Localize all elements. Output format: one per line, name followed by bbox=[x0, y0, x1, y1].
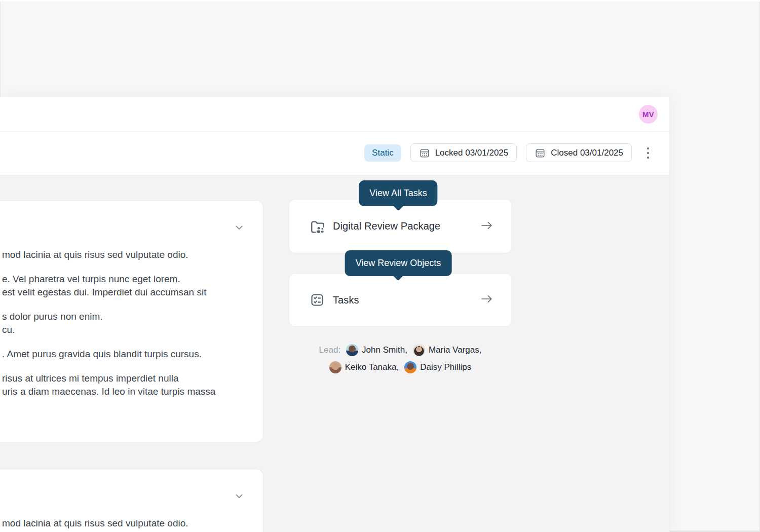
lead-person: Maria Vargas, bbox=[413, 344, 482, 356]
status-badge: Static bbox=[364, 144, 401, 162]
lead-person: Daisy Phillips bbox=[404, 361, 471, 373]
content-area: mod lacinia at quis risus sed vulputate … bbox=[0, 175, 669, 532]
status-toolbar: Static Locked 03/01/2025 bbox=[0, 132, 669, 174]
person-name: Daisy Phillips bbox=[420, 362, 471, 372]
top-bar: MV bbox=[0, 97, 669, 132]
lead-label: Lead: bbox=[319, 345, 341, 355]
description-text: mod lacinia at quis risus sed vulputate … bbox=[0, 201, 263, 398]
paragraph: e. Vel pharetra vel turpis nunc eget lor… bbox=[2, 273, 236, 299]
person-name: John Smith, bbox=[362, 345, 407, 355]
closed-date-label: Closed 03/01/2025 bbox=[551, 148, 623, 158]
closed-date-button[interactable]: Closed 03/01/2025 bbox=[526, 143, 632, 162]
tasks-label: Tasks bbox=[333, 294, 473, 306]
description-card: mod lacinia at quis risus sed vulputate … bbox=[0, 469, 263, 532]
person-avatar bbox=[346, 344, 358, 356]
page-top-edge bbox=[0, 0, 760, 2]
view-review-objects-tooltip: View Review Objects bbox=[345, 250, 452, 276]
person-avatar bbox=[413, 344, 425, 356]
description-text: mod lacinia at quis risus sed vulputate … bbox=[0, 469, 263, 530]
arrow-right-icon bbox=[480, 219, 494, 234]
text-line: mod lacinia at quis risus sed vulputate … bbox=[2, 517, 236, 530]
more-options-icon[interactable] bbox=[642, 145, 654, 161]
text-line: e. Vel pharetra vel turpis nunc eget lor… bbox=[2, 273, 236, 286]
paragraph: mod lacinia at quis risus sed vulputate … bbox=[2, 517, 236, 530]
paragraph: mod lacinia at quis risus sed vulputate … bbox=[2, 248, 236, 261]
tasks-card[interactable]: Tasks bbox=[289, 273, 512, 327]
person-avatar bbox=[329, 361, 341, 373]
description-card: mod lacinia at quis risus sed vulputate … bbox=[0, 200, 263, 442]
calendar-icon bbox=[419, 147, 430, 159]
calendar-icon bbox=[535, 147, 546, 159]
locked-date-button[interactable]: Locked 03/01/2025 bbox=[410, 143, 517, 162]
locked-date-label: Locked 03/01/2025 bbox=[435, 148, 509, 158]
user-avatar[interactable]: MV bbox=[639, 105, 658, 124]
chevron-down-icon[interactable] bbox=[234, 490, 245, 504]
text-line: uris a diam maecenas. Id leo in vitae tu… bbox=[2, 385, 236, 398]
text-line: cu. bbox=[2, 323, 236, 336]
view-all-tasks-tooltip: View All Tasks bbox=[359, 180, 437, 206]
text-line: risus at ultrices mi tempus imperdiet nu… bbox=[2, 372, 236, 385]
text-line: est velit egestas dui. Imperdiet dui acc… bbox=[2, 286, 236, 299]
text-line: mod lacinia at quis risus sed vulputate … bbox=[2, 248, 236, 261]
digital-review-package-label: Digital Review Package bbox=[333, 220, 473, 232]
folder-users-icon bbox=[310, 218, 326, 235]
review-panel: MV Static Locked 03/01/2025 bbox=[0, 97, 670, 532]
checklist-icon bbox=[310, 292, 326, 308]
lead-people-row: Lead: John Smith,Maria Vargas,Keiko Tana… bbox=[289, 344, 512, 373]
paragraph: s dolor purus non enim.cu. bbox=[2, 310, 236, 336]
lead-person: Keiko Tanaka, bbox=[329, 361, 399, 373]
paragraph: risus at ultrices mi tempus imperdiet nu… bbox=[2, 372, 236, 398]
person-avatar bbox=[404, 361, 416, 373]
lead-person: John Smith, bbox=[346, 344, 407, 356]
text-line: . Amet purus gravida quis blandit turpis… bbox=[2, 348, 236, 361]
chevron-down-icon[interactable] bbox=[234, 222, 245, 235]
arrow-right-icon bbox=[480, 293, 494, 307]
paragraph: . Amet purus gravida quis blandit turpis… bbox=[2, 348, 236, 361]
screenshot-canvas: MV Static Locked 03/01/2025 bbox=[0, 0, 760, 532]
text-line: s dolor purus non enim. bbox=[2, 310, 236, 323]
person-name: Maria Vargas, bbox=[429, 345, 482, 355]
person-name: Keiko Tanaka, bbox=[345, 362, 399, 372]
